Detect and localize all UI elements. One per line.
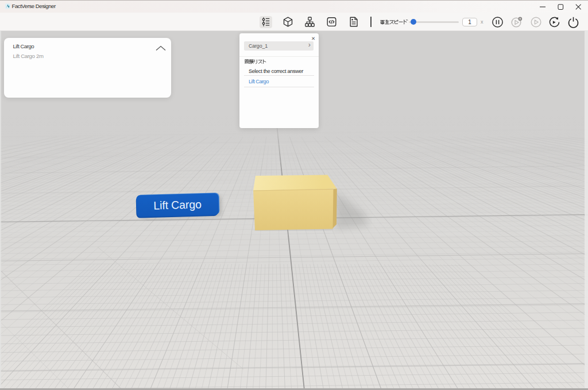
svg-text:Lift Cargo: Lift Cargo (153, 198, 202, 211)
